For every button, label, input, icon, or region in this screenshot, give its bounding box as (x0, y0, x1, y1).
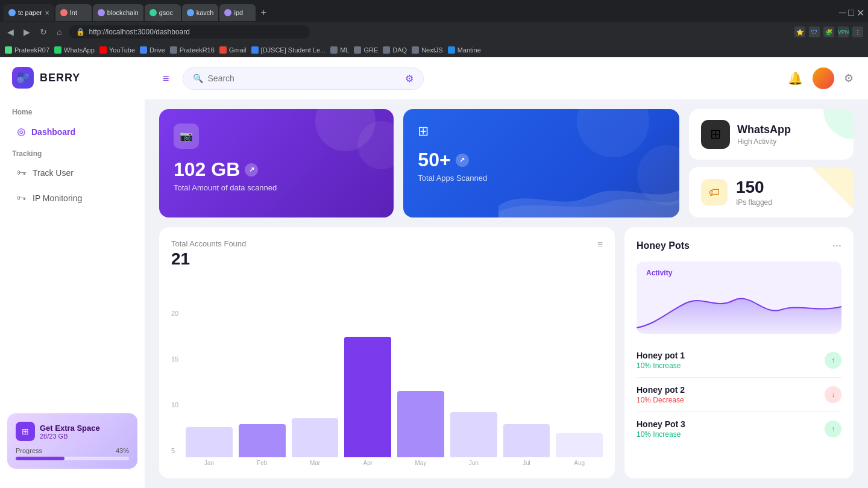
sidebar-item-trackuser[interactable]: 🗝 Track User (5, 161, 140, 184)
url-input[interactable]: 🔒 http://localhost:3000/dashboard (69, 25, 310, 39)
honeypot-2-trend-icon: ↓ (825, 386, 841, 403)
honeypot-item-2: Honey pot 2 10% Decrease ↓ (637, 378, 841, 412)
bookmark-djsce[interactable]: [DJSCE] Student Le... (251, 46, 326, 54)
whatsapp-card: ⊞ WhatsApp High Activity (689, 109, 854, 160)
y-label-15: 15 (171, 355, 178, 363)
data-scanned-card: 📷 102 GB ↗ Total Amount of data scanned (159, 109, 394, 217)
tab[interactable]: Int (55, 4, 92, 21)
ips-flagged-number: 150 (736, 178, 772, 197)
app-header: ≡ 🔍 ⚙ 🔔 ⚙ (145, 57, 868, 99)
close-button[interactable]: ✕ (857, 7, 864, 19)
bookmark-ml[interactable]: ML (330, 46, 349, 54)
bottom-section: Total Accounts Found 21 ≡ 20 15 10 5 (159, 227, 854, 478)
hamburger-button[interactable]: ≡ (159, 69, 173, 89)
bar-feb: Feb (239, 424, 286, 466)
header-actions: 🔔 ⚙ (788, 67, 854, 89)
tab[interactable]: ipd (219, 4, 256, 21)
svg-point-0 (823, 109, 854, 139)
panel-title: Honey Pots (637, 240, 690, 251)
chart-title: Total Accounts Found (171, 239, 246, 248)
bookmark-mantine[interactable]: Mantine (448, 46, 481, 54)
browser-shield-icon[interactable]: 🛡 (809, 27, 820, 37)
bookmark-nextjs[interactable]: NextJS (412, 46, 442, 54)
chart-panel: Total Accounts Found 21 ≡ 20 15 10 5 (159, 227, 615, 478)
bar-may: May (397, 391, 444, 466)
address-bar: ◀ ▶ ↻ ⌂ 🔒 http://localhost:3000/dashboar… (0, 22, 868, 42)
tab[interactable]: gsoc (145, 4, 181, 21)
data-scanned-value: 102 GB ↗ (174, 158, 379, 181)
sidebar-item-ipmonitoring[interactable]: 🗝 IP Monitoring (5, 187, 140, 210)
browser-ext-icon[interactable]: ⭐ (794, 27, 805, 37)
bar-jul: Jul (503, 424, 550, 466)
bar-apr: Apr (344, 337, 391, 466)
bookmark-whatsapp[interactable]: WhatsApp (54, 46, 95, 54)
search-icon: 🔍 (193, 74, 203, 83)
activity-label: Activity (646, 269, 832, 277)
y-label-10: 10 (171, 401, 178, 408)
chart-count: 21 (171, 249, 246, 269)
vpn-button[interactable]: VPN (838, 27, 849, 37)
search-box[interactable]: 🔍 ⚙ (183, 67, 424, 90)
ips-flagged-label: IPs flagged (736, 198, 772, 207)
honeypot-1-change: 10% Increase (637, 361, 685, 370)
sidebar-item-dashboard[interactable]: ◎ Dashboard (5, 120, 140, 143)
activity-chart: Activity (637, 261, 841, 334)
window-controls: ─ □ ✕ (839, 7, 864, 19)
bookmark-gre[interactable]: GRE (354, 46, 378, 54)
avatar[interactable] (813, 67, 834, 89)
activity-chart-svg (637, 283, 841, 334)
tab-close-icon[interactable]: ✕ (45, 10, 49, 16)
bookmark-gmail[interactable]: Gmail (219, 46, 247, 54)
bookmark-daq[interactable]: DAQ (383, 46, 407, 54)
whatsapp-subtitle: High Activity (737, 137, 791, 146)
whatsapp-icon: ⊞ (710, 127, 721, 142)
forward-button[interactable]: ▶ (21, 26, 33, 38)
bookmark-youtube[interactable]: YouTube (99, 46, 135, 54)
tab[interactable]: blockchain (93, 4, 143, 21)
progress-label-row: Progress 43% (16, 447, 129, 454)
active-tab[interactable]: tc paper ✕ (4, 4, 54, 21)
progress-bar-background (16, 457, 129, 460)
camera-icon: 📷 (180, 130, 193, 143)
apps-scanned-number: 50+ (418, 149, 450, 171)
filter-button[interactable]: ⚙ (405, 73, 414, 84)
sidebar-dashboard-label: Dashboard (31, 127, 75, 137)
honeypot-3-name: Honey Pot 3 (637, 419, 685, 429)
sidebar-ipmonitoring-label: IP Monitoring (33, 193, 82, 203)
search-input[interactable] (208, 74, 400, 83)
svg-marker-1 (811, 167, 854, 209)
sidebar-card-title: Get Extra Space (40, 424, 100, 433)
chart-header: Total Accounts Found 21 ≡ (171, 239, 603, 269)
sidebar-trackuser-label: Track User (33, 168, 74, 178)
honeypots-panel: Honey Pots ··· Activity (624, 227, 854, 478)
new-tab-button[interactable]: + (257, 6, 269, 19)
chart-menu-button[interactable]: ≡ (597, 239, 603, 250)
minimize-button[interactable]: ─ (839, 7, 846, 18)
panel-more-button[interactable]: ··· (832, 239, 841, 252)
data-scanned-number: 102 GB (174, 158, 240, 181)
home-button[interactable]: ⌂ (54, 26, 64, 38)
url-text: http://localhost:3000/dashboard (89, 28, 189, 36)
browser-ext2-icon[interactable]: 🧩 (823, 27, 834, 37)
ips-corner-deco (811, 167, 854, 209)
whatsapp-title: WhatsApp (737, 124, 791, 136)
sidebar-logo: 🫐 BERRY (0, 67, 145, 103)
settings-button[interactable]: ⚙ (844, 72, 854, 85)
bookmark-drive[interactable]: Drive (140, 46, 165, 54)
app-layout: 🫐 BERRY Home ◎ Dashboard Tracking 🗝 Trac… (0, 57, 868, 488)
bookmark-github[interactable]: PrateekR16 (170, 46, 215, 54)
sidebar-section-tracking: Tracking (0, 145, 145, 160)
refresh-button[interactable]: ↻ (37, 26, 49, 38)
bookmark-prateekr07[interactable]: PrateekR07 (5, 46, 49, 54)
y-label-5: 5 (171, 447, 178, 454)
honeypot-3-trend-icon: ↑ (825, 421, 841, 437)
maximize-button[interactable]: □ (848, 7, 854, 18)
back-button[interactable]: ◀ (5, 26, 16, 38)
logo-icon: 🫐 (12, 67, 34, 89)
main-content: ≡ 🔍 ⚙ 🔔 ⚙ (145, 57, 868, 488)
apps-scanned-label: Total Apps Scanned (418, 174, 665, 183)
notification-button[interactable]: 🔔 (788, 71, 803, 86)
tab[interactable]: kavch (182, 4, 219, 21)
menu-icon[interactable]: ⋮ (852, 27, 863, 37)
bar-aug: Aug (556, 433, 603, 466)
